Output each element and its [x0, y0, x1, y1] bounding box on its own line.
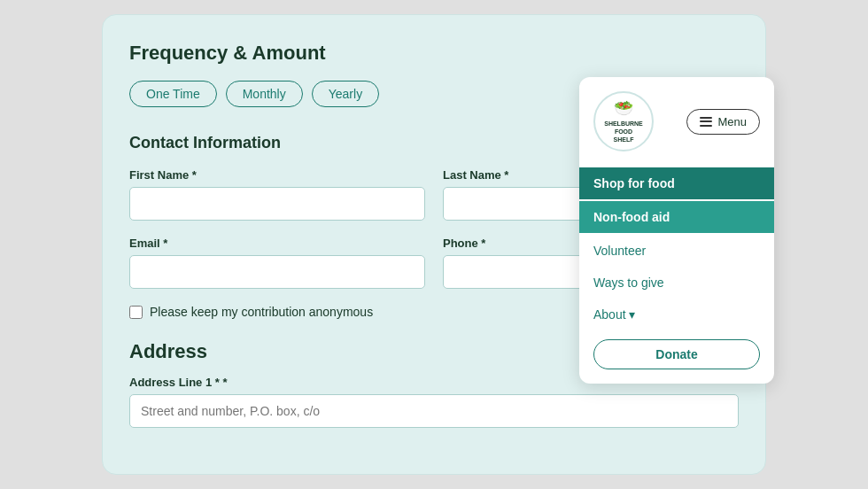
first-name-group: First Name *	[129, 168, 425, 221]
menu-button[interactable]: Menu	[686, 109, 760, 135]
first-name-input[interactable]	[129, 187, 425, 221]
logo-veggie-icon: 🥗	[614, 99, 633, 119]
logo-line1: SHELBURNE	[604, 120, 643, 127]
nav-non-food-aid[interactable]: Non-food aid	[579, 201, 774, 233]
nav-ways-to-give[interactable]: Ways to give	[579, 267, 774, 299]
nav-shop-for-food[interactable]: Shop for food	[579, 167, 774, 199]
logo-line2: FOOD	[615, 128, 632, 135]
one-time-button[interactable]: One Time	[129, 81, 217, 107]
logo: 🥗 SHELBURNE FOOD SHELF	[593, 91, 654, 151]
hamburger-icon	[700, 117, 712, 127]
yearly-button[interactable]: Yearly	[312, 81, 379, 107]
logo-line3: SHELF	[614, 136, 634, 143]
frequency-title: Frequency & Amount	[129, 42, 739, 65]
nav-volunteer[interactable]: Volunteer	[579, 235, 774, 267]
menu-label: Menu	[717, 115, 747, 128]
main-card: Frequency & Amount One Time Monthly Year…	[102, 14, 766, 475]
anonymous-checkbox[interactable]	[129, 306, 143, 319]
first-name-label: First Name *	[129, 168, 425, 182]
nav-donate-button[interactable]: Donate	[593, 339, 760, 369]
email-input[interactable]	[129, 255, 425, 289]
nav-panel: 🥗 SHELBURNE FOOD SHELF Menu Shop for foo…	[579, 77, 774, 384]
nav-menu: Shop for food Non-food aid Volunteer Way…	[579, 167, 774, 330]
nav-logo-area: 🥗 SHELBURNE FOOD SHELF Menu	[579, 91, 774, 164]
page-wrapper: Frequency & Amount One Time Monthly Year…	[0, 0, 868, 489]
address-line1-input[interactable]	[129, 394, 739, 428]
anonymous-label: Please keep my contribution anonymous	[150, 305, 373, 319]
email-group: Email *	[129, 237, 425, 289]
nav-about[interactable]: About ▾	[579, 299, 774, 330]
email-label: Email *	[129, 237, 425, 250]
monthly-button[interactable]: Monthly	[226, 81, 303, 107]
